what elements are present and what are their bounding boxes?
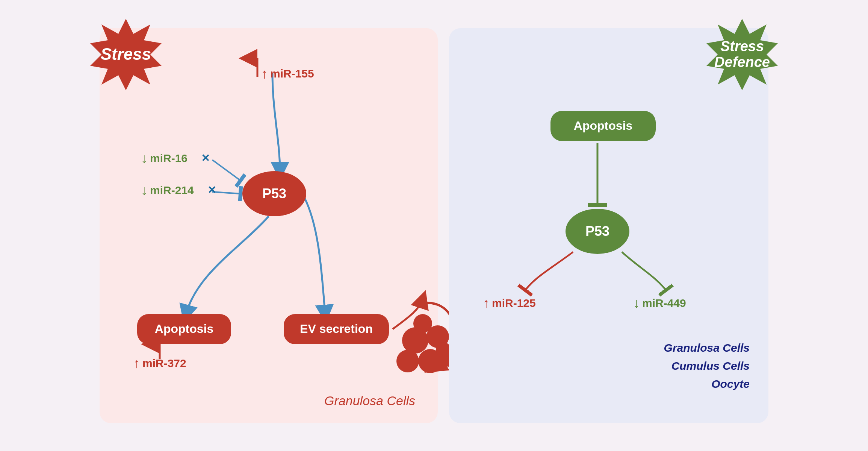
mir214-text: miR-214 [150, 184, 194, 197]
mir372-text: miR-372 [142, 357, 186, 370]
svg-point-8 [396, 350, 419, 372]
mir214-block: ✕ [207, 184, 216, 196]
cell-labels: Granulosa Cells Cumulus Cells Oocyte [664, 339, 750, 393]
svg-line-2 [212, 160, 240, 181]
right-panel: Stress Defence A [449, 28, 768, 423]
cell-label-cumulus: Cumulus Cells [664, 357, 750, 375]
svg-line-3 [212, 192, 240, 194]
apoptosis-right-label: Apoptosis [574, 119, 632, 133]
apoptosis-right: Apoptosis [550, 111, 656, 141]
stress-label: Stress [101, 45, 151, 63]
svg-point-12 [436, 342, 451, 357]
p53-left: P53 [242, 171, 306, 216]
apoptosis-left: Apoptosis [137, 314, 231, 344]
mir449-label: ↓ miR-449 [633, 295, 686, 311]
p53-right: P53 [566, 209, 629, 254]
mir214-arrow-down: ↓ [141, 182, 148, 198]
p53-right-label: P53 [585, 223, 609, 239]
left-panel: Stress [100, 28, 438, 423]
apoptosis-left-label: Apoptosis [155, 322, 213, 336]
defence-badge: Stress Defence [705, 17, 780, 92]
mir16-text: miR-16 [150, 152, 188, 165]
granulosa-cells-text: Granulosa Cells [324, 393, 415, 408]
ev-secretion-label: EV secretion [300, 322, 373, 336]
mir214-label: ↓ miR-214 ✕ [141, 182, 216, 198]
mir125-label: ↑ miR-125 [483, 295, 536, 311]
stress-badge: Stress [88, 17, 163, 92]
p53-left-label: P53 [262, 186, 286, 202]
mir155-text: miR-155 [270, 67, 314, 80]
mir449-text: miR-449 [642, 297, 686, 310]
mir449-arrow-down: ↓ [633, 295, 640, 311]
mir372-label: ↑ miR-372 [133, 355, 186, 371]
granulosa-cells-label: Granulosa Cells [324, 393, 415, 408]
svg-point-11 [413, 314, 432, 333]
mir16-block: ✕ [201, 152, 210, 164]
defence-label: Stress Defence [705, 39, 780, 70]
mir16-label: ↓ miR-16 ✕ [141, 150, 210, 166]
ev-secretion-box: EV secretion [284, 314, 389, 344]
mir155-arrow-up: ↑ [261, 66, 268, 82]
mir16-arrow-down: ↓ [141, 150, 148, 166]
mir125-text: miR-125 [492, 297, 536, 310]
mir125-arrow-up: ↑ [483, 295, 490, 311]
mir155-label: ↑ miR-155 [261, 66, 314, 82]
cell-label-granulosa: Granulosa Cells [664, 339, 750, 357]
mir372-arrow-up: ↑ [133, 355, 140, 371]
main-container: Stress [0, 0, 868, 451]
cell-label-oocyte: Oocyte [664, 375, 750, 393]
